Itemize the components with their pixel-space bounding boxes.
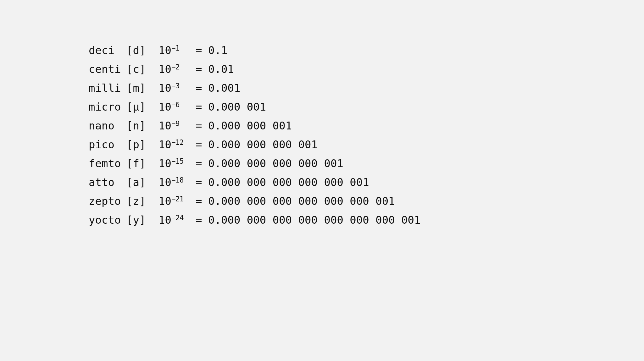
- table-row: femto [f] 10−15 = 0.000 000 000 000 001: [89, 157, 421, 170]
- prefix-name: milli: [89, 82, 126, 94]
- equals-sign: =: [196, 44, 208, 57]
- power-of-ten: 10−18: [158, 176, 196, 189]
- decimal-value: 0.000 000 000 000 000 000 001: [208, 195, 421, 207]
- equals-sign: =: [196, 176, 208, 189]
- prefix-symbol: [y]: [126, 214, 158, 226]
- equals-sign: =: [196, 63, 208, 75]
- power-base: 10: [158, 195, 171, 207]
- power-of-ten: 10−15: [158, 157, 196, 170]
- prefix-symbol: [f]: [126, 157, 158, 170]
- table-row: atto [a] 10−18 = 0.000 000 000 000 000 0…: [89, 176, 421, 189]
- prefix-symbol: [z]: [126, 195, 158, 207]
- prefix-name: atto: [89, 176, 126, 189]
- prefix-symbol: [d]: [126, 44, 158, 57]
- prefix-name: nano: [89, 119, 126, 132]
- power-base: 10: [158, 176, 171, 189]
- equals-sign: =: [196, 101, 208, 113]
- power-of-ten: 10−12: [158, 138, 196, 151]
- power-base: 10: [158, 101, 171, 113]
- power-exponent: −2: [171, 63, 180, 71]
- table-row: nano [n] 10−9 = 0.000 000 001: [89, 119, 421, 132]
- prefix-name: zepto: [89, 195, 126, 207]
- power-exponent: −24: [171, 214, 184, 222]
- prefix-name: deci: [89, 44, 126, 57]
- equals-sign: =: [196, 195, 208, 207]
- power-exponent: −3: [171, 82, 180, 90]
- decimal-value: 0.1: [208, 44, 421, 57]
- power-of-ten: 10−2: [158, 63, 196, 75]
- equals-sign: =: [196, 82, 208, 94]
- decimal-value: 0.001: [208, 82, 421, 94]
- si-prefix-slide: deci [d] 10−1 = 0.1 centi [c] 10−2 = 0.0…: [0, 0, 644, 361]
- power-of-ten: 10−21: [158, 195, 196, 207]
- decimal-value: 0.000 000 000 001: [208, 138, 421, 151]
- power-base: 10: [158, 82, 171, 94]
- prefix-name: centi: [89, 63, 126, 75]
- table-row: zepto [z] 10−21 = 0.000 000 000 000 000 …: [89, 195, 421, 207]
- power-of-ten: 10−9: [158, 119, 196, 132]
- table-row: centi [c] 10−2 = 0.01: [89, 63, 421, 75]
- power-base: 10: [158, 138, 171, 151]
- equals-sign: =: [196, 138, 208, 151]
- power-base: 10: [158, 44, 171, 57]
- decimal-value: 0.01: [208, 63, 421, 75]
- power-exponent: −9: [171, 119, 180, 128]
- prefix-symbol: [a]: [126, 176, 158, 189]
- table-row: yocto [y] 10−24 = 0.000 000 000 000 000 …: [89, 214, 421, 226]
- prefix-symbol: [c]: [126, 63, 158, 75]
- power-base: 10: [158, 63, 171, 75]
- prefix-name: yocto: [89, 214, 126, 226]
- table-row: milli [m] 10−3 = 0.001: [89, 82, 421, 94]
- power-exponent: −1: [171, 44, 180, 52]
- decimal-value: 0.000 000 001: [208, 119, 421, 132]
- decimal-value: 0.000 001: [208, 101, 421, 113]
- equals-sign: =: [196, 157, 208, 170]
- decimal-value: 0.000 000 000 000 000 001: [208, 176, 421, 189]
- equals-sign: =: [196, 119, 208, 132]
- table-row: deci [d] 10−1 = 0.1: [89, 44, 421, 57]
- table-row: micro [μ] 10−6 = 0.000 001: [89, 101, 421, 113]
- power-of-ten: 10−24: [158, 214, 196, 226]
- power-exponent: −15: [171, 157, 184, 165]
- power-of-ten: 10−3: [158, 82, 196, 94]
- prefix-name: femto: [89, 157, 126, 170]
- power-exponent: −21: [171, 195, 184, 203]
- prefix-symbol: [n]: [126, 119, 158, 132]
- power-base: 10: [158, 119, 171, 132]
- prefix-symbol: [p]: [126, 138, 158, 151]
- power-exponent: −6: [171, 101, 180, 109]
- prefix-name: micro: [89, 101, 126, 113]
- si-prefix-table: deci [d] 10−1 = 0.1 centi [c] 10−2 = 0.0…: [89, 38, 421, 232]
- power-exponent: −18: [171, 176, 184, 184]
- power-of-ten: 10−6: [158, 101, 196, 113]
- power-of-ten: 10−1: [158, 44, 196, 57]
- prefix-name: pico: [89, 138, 126, 151]
- prefix-symbol: [m]: [126, 82, 158, 94]
- power-base: 10: [158, 214, 171, 226]
- equals-sign: =: [196, 214, 208, 226]
- prefix-symbol: [μ]: [126, 101, 158, 113]
- power-exponent: −12: [171, 138, 184, 146]
- decimal-value: 0.000 000 000 000 000 000 000 001: [208, 214, 421, 226]
- decimal-value: 0.000 000 000 000 001: [208, 157, 421, 170]
- table-row: pico [p] 10−12 = 0.000 000 000 001: [89, 138, 421, 151]
- power-base: 10: [158, 157, 171, 170]
